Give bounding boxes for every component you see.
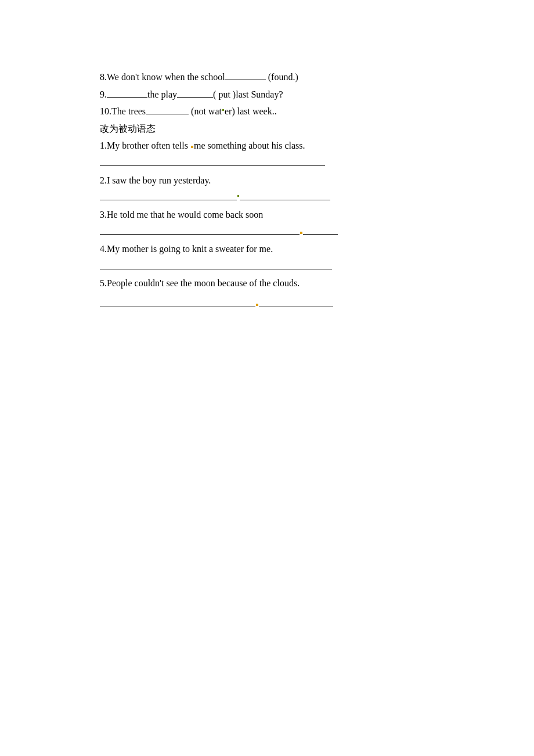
q10-text-a: 10.The trees [100, 106, 146, 116]
q8-text-b: (found.) [266, 72, 298, 82]
page-content: 8.We don't know when the school (found.)… [0, 0, 534, 312]
blank-q9-1[interactable] [107, 88, 147, 98]
answer-line-3 [100, 223, 434, 240]
question-3: 3.He told me that he would come back soo… [100, 206, 434, 224]
mark-icon [222, 109, 224, 111]
section-heading-passive: 改为被动语态 [100, 120, 434, 138]
blank-answer-4[interactable] [100, 260, 332, 269]
blank-answer-3a[interactable] [100, 225, 300, 235]
q9-text-a: 9. [100, 89, 107, 99]
q9-text-c: ( put )last Sunday? [213, 89, 283, 99]
question-5: 5.People couldn't see the moon because o… [100, 275, 434, 292]
answer-line-1 [100, 154, 434, 172]
q1-text-a: 1.My brother often tells [100, 141, 190, 150]
blank-answer-1[interactable] [100, 156, 325, 166]
question-10: 10.The trees (not water) last week.. [100, 103, 434, 120]
question-1: 1.My brother often tells me something ab… [100, 137, 434, 154]
blank-q10[interactable] [146, 105, 189, 114]
blank-answer-2a[interactable] [100, 190, 237, 200]
blank-answer-5a[interactable] [100, 297, 255, 307]
mark-icon [256, 304, 258, 306]
blank-q8[interactable] [225, 70, 266, 80]
mark-icon [191, 146, 193, 148]
blank-answer-3b[interactable] [303, 225, 338, 235]
mark-icon [300, 232, 302, 234]
answer-line-4 [100, 258, 434, 275]
mark-icon [237, 195, 239, 197]
blank-answer-5b[interactable] [259, 297, 333, 307]
question-8: 8.We don't know when the school (found.) [100, 69, 434, 86]
q8-text-a: 8.We don't know when the school [100, 72, 225, 82]
question-4: 4.My mother is going to knit a sweater f… [100, 240, 434, 258]
blank-q9-2[interactable] [177, 88, 213, 98]
q1-text-b: me something about his class. [194, 141, 305, 150]
question-9: 9.the play( put )last Sunday? [100, 86, 434, 103]
answer-line-2 [100, 189, 434, 206]
q10-text-b: (not wat [189, 106, 222, 116]
answer-line-5 [100, 296, 434, 313]
q10-text-c: er) last week.. [225, 106, 277, 116]
question-2: 2.I saw the boy run yesterday. [100, 172, 434, 189]
q9-text-b: the play [147, 89, 177, 99]
blank-answer-2b[interactable] [240, 190, 330, 200]
